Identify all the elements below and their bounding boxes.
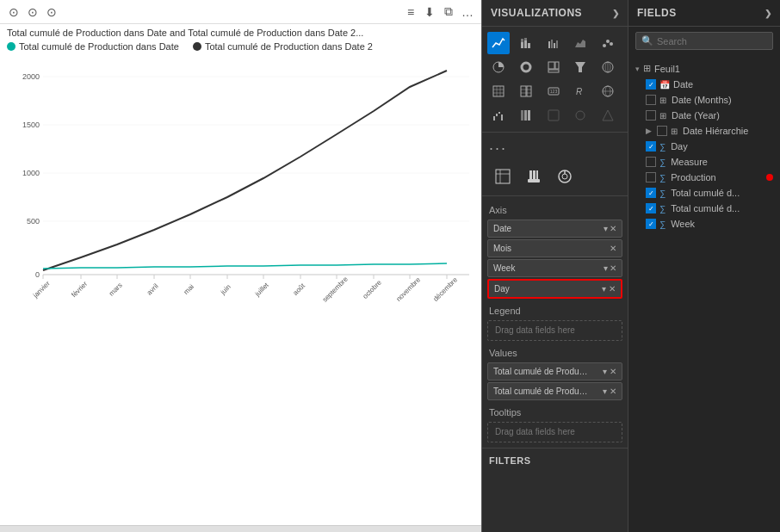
svg-rect-52 — [555, 62, 559, 69]
svg-text:février: février — [70, 280, 89, 299]
axis-date-chevron[interactable]: ▾ — [604, 224, 608, 233]
axis-day-remove[interactable]: ✕ — [609, 284, 616, 294]
sigma-icon-week: ∑ — [659, 220, 665, 229]
viz-fields-tab[interactable] — [489, 163, 517, 190]
viz-table[interactable] — [487, 80, 510, 102]
axis-day-chevron[interactable]: ▾ — [602, 284, 606, 294]
more-icon[interactable]: … — [461, 5, 474, 19]
line-chart-svg: 2000 1500 1000 500 0 — [9, 55, 474, 305]
viz-r-script[interactable]: R — [569, 80, 591, 102]
axis-date-remove[interactable]: ✕ — [610, 224, 616, 233]
fields-chevron[interactable]: ❯ — [765, 9, 772, 18]
checkbox-date-year[interactable] — [646, 110, 656, 121]
svg-text:août: août — [291, 281, 306, 297]
tree-item-date-year[interactable]: ⊞ Date (Year) — [628, 108, 780, 123]
viz-matrix[interactable] — [515, 80, 537, 102]
checkbox-date-hierarchy[interactable] — [657, 126, 667, 136]
viz-bottom-icons — [482, 158, 628, 196]
tree-item-total-cumule-1[interactable]: ✓ ∑ Total cumulé d... — [628, 185, 780, 201]
checkbox-date-months[interactable] — [646, 95, 656, 105]
values-field-1-chevron[interactable]: ▾ — [603, 367, 607, 376]
viz-funnel[interactable] — [569, 56, 591, 78]
viz-placeholder2[interactable] — [569, 104, 591, 127]
svg-text:1000: 1000 — [22, 169, 39, 177]
axis-week-chevron[interactable]: ▾ — [604, 263, 608, 273]
tree-item-date-hierarchy[interactable]: ▶ ⊞ Date Hiérarchie — [628, 123, 780, 139]
legend-item-1: Total cumulé de Production dans Date — [7, 41, 179, 52]
viz-placeholder1[interactable] — [542, 104, 565, 127]
svg-rect-83 — [496, 170, 510, 183]
viz-globe[interactable] — [597, 80, 619, 102]
viz-stacked-bar[interactable] — [515, 32, 537, 54]
checkbox-total-cumule-2[interactable]: ✓ — [646, 203, 656, 213]
legend-label: Legend — [482, 300, 628, 319]
axis-week-remove[interactable]: ✕ — [610, 263, 616, 273]
tooltips-drop-zone[interactable]: Drag data fields here — [487, 422, 622, 442]
values-field-2-remove[interactable]: ✕ — [610, 387, 616, 396]
viz-pie[interactable] — [487, 56, 510, 78]
checkbox-total-cumule-1[interactable]: ✓ — [646, 188, 656, 198]
viz-waterfall[interactable] — [487, 104, 510, 127]
viz-area[interactable] — [569, 32, 591, 54]
checkbox-week[interactable]: ✓ — [646, 219, 656, 229]
resize-handle[interactable] — [0, 525, 481, 532]
pin-icon[interactable]: ⊙ — [45, 5, 59, 19]
expand-icon[interactable]: ⧉ — [442, 5, 455, 19]
viz-more-dots[interactable]: ... — [482, 133, 628, 158]
fields-search-box[interactable]: 🔍 — [635, 32, 773, 50]
axis-label: Axis — [482, 200, 628, 218]
tree-group-chevron: ▾ — [635, 65, 640, 73]
values-field-1: Total cumulé de Produc... ▾ ✕ — [487, 362, 622, 380]
viz-card[interactable]: 123 — [542, 80, 565, 102]
tree-item-measure[interactable]: ∑ Measure — [628, 154, 780, 170]
checkbox-day[interactable]: ✓ — [646, 141, 656, 152]
tree-item-day[interactable]: ✓ ∑ Day — [628, 139, 780, 154]
checkbox-measure[interactable] — [646, 157, 656, 167]
checkbox-production[interactable] — [646, 172, 656, 182]
tree-group-label: Feuil1 — [654, 64, 680, 74]
viz-treemap[interactable] — [542, 56, 565, 78]
axis-week-row: Week ▾ ✕ — [487, 259, 622, 277]
visualizations-panel: VISUALIZATIONS ❯ — [482, 0, 628, 532]
viz-line-chart[interactable] — [487, 32, 510, 54]
viz-placeholder3[interactable] — [597, 104, 619, 127]
viz-ribbon[interactable] — [515, 104, 537, 127]
svg-text:R: R — [576, 87, 582, 96]
visualizations-chevron[interactable]: ❯ — [612, 9, 620, 18]
search-icon: 🔍 — [641, 35, 653, 46]
tree-group-header[interactable]: ▾ ⊞ Feuil1 — [628, 60, 780, 77]
download-icon[interactable]: ⬇ — [423, 5, 436, 19]
tree-item-production[interactable]: ∑ Production — [628, 170, 780, 185]
values-field-2-chevron[interactable]: ▾ — [603, 387, 607, 396]
topbar-icons: ⊙ ⊙ ⊙ — [7, 5, 59, 19]
tree-item-total-cumule-2[interactable]: ✓ ∑ Total cumulé d... — [628, 201, 780, 216]
viz-donut[interactable] — [515, 56, 537, 78]
viz-analytics-tab[interactable] — [551, 163, 579, 190]
viz-clustered-bar[interactable] — [542, 32, 565, 54]
field-label-total-1: Total cumulé d... — [671, 188, 740, 198]
axis-mois-remove[interactable]: ✕ — [610, 244, 616, 253]
svg-text:500: 500 — [26, 217, 39, 226]
values-field-1-remove[interactable]: ✕ — [610, 367, 616, 376]
sigma-icon-measure: ∑ — [659, 158, 665, 167]
axis-day-icons: ▾ ✕ — [602, 284, 616, 294]
tree-item-date-months[interactable]: ⊞ Date (Months) — [628, 92, 780, 108]
fields-header: FIELDS ❯ — [628, 0, 780, 27]
redo-icon[interactable]: ⊙ — [26, 5, 40, 19]
svg-rect-74 — [496, 114, 498, 116]
tree-chevron-date-hierarchy: ▶ — [646, 127, 652, 135]
viz-scatter[interactable] — [597, 32, 619, 54]
tree-item-date[interactable]: ✓ 📅 Date — [628, 77, 780, 92]
legend-drop-zone[interactable]: Drag data fields here — [487, 320, 622, 341]
undo-icon[interactable]: ⊙ — [7, 5, 21, 19]
svg-rect-89 — [536, 170, 538, 179]
viz-map[interactable] — [597, 56, 619, 78]
viz-format-tab[interactable] — [520, 163, 548, 190]
axis-mois-label: Mois — [493, 244, 610, 253]
checkbox-date[interactable]: ✓ — [646, 79, 656, 90]
sigma-icon-total-1: ∑ — [659, 189, 665, 198]
tree-item-week[interactable]: ✓ ∑ Week — [628, 216, 780, 232]
svg-marker-82 — [603, 110, 613, 121]
hamburger-icon[interactable]: ≡ — [404, 5, 418, 19]
search-input[interactable] — [657, 36, 767, 46]
